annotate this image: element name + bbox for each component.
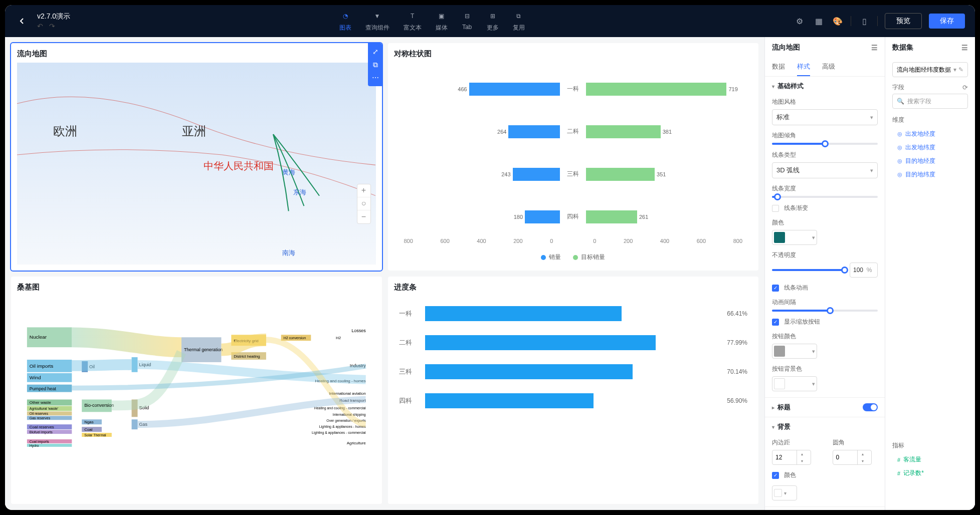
dimension-field[interactable]: ◎出发地经度 <box>885 127 975 141</box>
map-style-select[interactable]: 标准▾ <box>772 109 878 125</box>
bar-value: 243 <box>499 171 512 177</box>
svg-text:Coal: Coal <box>84 427 93 432</box>
opacity-slider[interactable] <box>772 269 845 271</box>
section-title[interactable]: ▸ 标题 <box>765 398 885 417</box>
progress-fill <box>425 393 594 408</box>
more-icon[interactable]: ⋯ <box>368 71 382 84</box>
props-title: 流向地图 <box>772 43 800 52</box>
zoom-out-button[interactable]: − <box>357 210 370 223</box>
metric-field[interactable]: #记录数* <box>885 466 975 480</box>
bg-color-checkbox[interactable]: ✓ <box>772 472 779 479</box>
refresh-icon[interactable]: ⟳ <box>962 84 968 91</box>
progress-track <box>425 393 721 408</box>
layers-icon[interactable]: ▦ <box>813 15 825 27</box>
bar-rect <box>513 168 560 181</box>
tool-reuse[interactable]: ⧉复用 <box>513 11 525 32</box>
line-anim-checkbox[interactable]: ✓ <box>772 285 779 292</box>
mobile-icon[interactable]: ▯ <box>858 15 870 27</box>
tool-media[interactable]: ▣媒体 <box>436 11 448 32</box>
menu-icon[interactable]: ☰ <box>871 44 878 52</box>
theme-icon[interactable]: 🎨 <box>832 15 844 27</box>
stepper-down-icon[interactable]: ▾ <box>797 457 807 464</box>
tool-chart[interactable]: ◔图表 <box>339 11 351 32</box>
bar-category: 四科 <box>563 212 583 221</box>
bar-value: 466 <box>456 86 469 92</box>
panel-sankey[interactable]: 桑基图 Nuclear Oil imports Wind Pumped heat… <box>11 277 382 504</box>
undo-button[interactable]: ↶ <box>37 22 43 30</box>
progress-row: 一科 66.41% <box>399 306 748 321</box>
tab-data[interactable]: 数据 <box>772 58 785 76</box>
settings-icon[interactable]: ⚙ <box>794 15 806 27</box>
tool-more[interactable]: ⊞更多 <box>487 11 499 32</box>
dataset-select[interactable]: 流向地图经纬度数据 ▾✎ <box>892 62 968 77</box>
zoom-reset-button[interactable]: ○ <box>357 197 370 210</box>
field-search[interactable]: 🔍 搜索字段 <box>892 94 968 109</box>
tab-advanced[interactable]: 高级 <box>822 58 835 76</box>
chart-legend: 销量 目标销量 <box>394 250 753 265</box>
panel-bar-chart[interactable]: 对称柱状图 466 一科 719 264 二科 381 243 三科 351 1… <box>388 43 759 271</box>
svg-text:Other waste: Other waste <box>30 400 51 405</box>
dimension-field[interactable]: ◎目的地纬度 <box>885 168 975 181</box>
bar-row: 243 三科 351 <box>404 165 743 183</box>
bar-rect <box>525 210 560 223</box>
stepper-down-icon[interactable]: ▾ <box>858 457 868 464</box>
line-type-select[interactable]: 3D 弧线▾ <box>772 162 878 178</box>
line-width-slider[interactable] <box>772 196 878 198</box>
svg-text:Thermal generation: Thermal generation <box>184 347 223 352</box>
section-basic-style[interactable]: ▾基础样式 <box>765 77 885 96</box>
btn-bg-picker[interactable]: ▾ <box>772 376 817 391</box>
back-button[interactable] <box>15 14 29 28</box>
edit-icon[interactable]: ✎ <box>958 66 963 73</box>
svg-rect-38 <box>132 419 138 429</box>
tool-query[interactable]: ▼查询组件 <box>365 11 389 32</box>
menu-icon[interactable]: ☰ <box>961 44 968 52</box>
dimension-field[interactable]: ◎出发地纬度 <box>885 141 975 154</box>
section-background[interactable]: ▾背景 <box>765 417 885 436</box>
tool-tab[interactable]: ⊟Tab <box>462 11 473 32</box>
color-picker[interactable]: ▾ <box>772 230 817 245</box>
bar-row: 180 四科 261 <box>404 208 743 226</box>
chevron-down-icon: ▾ <box>870 167 873 174</box>
svg-text:Lighting & appliances - commer: Lighting & appliances - commercial <box>312 431 366 435</box>
bar-value: 261 <box>637 214 650 220</box>
anim-interval-slider[interactable] <box>772 310 878 312</box>
map-tilt-slider[interactable] <box>772 143 878 145</box>
bar-value: 351 <box>655 171 668 177</box>
btn-color-picker[interactable]: ▾ <box>772 344 817 359</box>
opacity-input[interactable]: 100 % <box>850 263 878 278</box>
title-toggle[interactable] <box>863 403 878 411</box>
panel-flow-map[interactable]: 流向地图 ⤢ ⧉ ⋯ 欧洲 <box>11 43 382 271</box>
bar-category: 一科 <box>563 85 583 93</box>
properties-panel: 流向地图 ☰ 数据 样式 高级 ▾基础样式 地图风格 标准▾ 地图倾角 <box>764 37 885 510</box>
svg-text:Losses: Losses <box>351 328 366 333</box>
chevron-down-icon: ▾ <box>953 66 956 73</box>
show-zoom-checkbox[interactable]: ✓ <box>772 319 779 326</box>
bg-color-picker[interactable]: ▾ <box>772 485 797 500</box>
bar-rect <box>469 83 560 96</box>
bar-rect <box>586 210 637 223</box>
line-gradient-checkbox[interactable] <box>772 205 779 212</box>
copy-icon[interactable]: ⧉ <box>368 58 382 71</box>
redo-button[interactable]: ↷ <box>49 22 55 30</box>
filter-icon: ▼ <box>372 11 383 22</box>
dimension-field[interactable]: ◎目的地经度 <box>885 154 975 168</box>
chevron-down-icon: ▾ <box>812 348 815 355</box>
progress-fill <box>425 306 622 321</box>
save-button[interactable]: 保存 <box>929 14 965 29</box>
preview-button[interactable]: 预览 <box>885 13 922 29</box>
stepper-up-icon[interactable]: ▴ <box>797 450 807 457</box>
panel-title: 进度条 <box>394 283 753 292</box>
chevron-down-icon: ▾ <box>784 490 787 496</box>
metric-field[interactable]: #客流量 <box>885 453 975 466</box>
tab-style[interactable]: 样式 <box>797 58 810 76</box>
chevron-right-icon: ▸ <box>772 405 774 410</box>
bar-value: 264 <box>495 129 508 135</box>
zoom-in-button[interactable]: + <box>357 184 370 197</box>
stepper-up-icon[interactable]: ▴ <box>858 450 868 457</box>
tool-text[interactable]: T富文本 <box>404 11 422 32</box>
padding-stepper[interactable]: ▴▾ <box>772 450 811 465</box>
radius-stepper[interactable]: ▴▾ <box>833 450 872 465</box>
expand-icon[interactable]: ⤢ <box>368 45 382 58</box>
panel-progress[interactable]: 进度条 一科 66.41% 二科 77.99% 三科 70.14% 四科 56.… <box>388 277 759 504</box>
progress-track <box>425 364 721 379</box>
